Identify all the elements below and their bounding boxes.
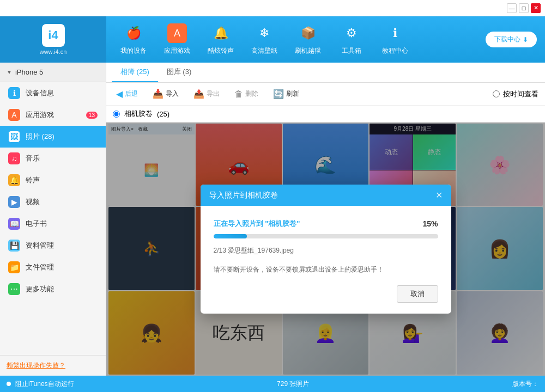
file-sidebar-icon: 📁	[8, 261, 20, 273]
filter-row: 相机胶卷 (25)	[106, 106, 545, 122]
import-label: 导入	[166, 89, 179, 99]
cancel-button[interactable]: 取消	[397, 285, 438, 303]
sidebar-item-more[interactable]: ⋯ 更多功能	[0, 278, 106, 300]
itunes-status: 阻止iTunes自动运行	[15, 379, 74, 389]
device-name: iPhone 5	[15, 68, 43, 76]
tab-gallery[interactable]: 图库 (3)	[158, 63, 201, 82]
export-icon: 📤	[193, 89, 204, 99]
tutorial-icon: ℹ	[385, 23, 405, 43]
nav-tutorial[interactable]: ℹ 教程中心	[373, 16, 417, 63]
toolbar: ◀ 后退 📥 导入 📤 导出 🗑 删除 🔄 刷新 按时间查看	[106, 83, 545, 106]
progress-pct: 15%	[422, 219, 438, 228]
time-filter-radio[interactable]	[493, 90, 500, 97]
sidebar-bottom: 频繁出现操作失败？	[0, 355, 106, 376]
tab-album[interactable]: 相簿 (25)	[112, 63, 158, 82]
my-device-icon: 🍎	[124, 23, 143, 43]
nav-ringtone-label: 酷炫铃声	[208, 46, 234, 56]
dialog-header: 导入照片到相机胶卷 ✕	[201, 185, 451, 206]
nav-app-game-label: 应用游戏	[164, 46, 190, 56]
photos-sidebar-icon: 🖼	[8, 131, 20, 143]
sidebar-item-file-label: 文件管理	[26, 262, 54, 272]
album-radio[interactable]	[113, 111, 120, 118]
status-dot	[7, 382, 11, 386]
nav-tutorial-label: 教程中心	[382, 46, 408, 56]
back-label: 后退	[125, 89, 138, 99]
sidebar-item-device-info[interactable]: ℹ 设备信息	[0, 82, 106, 104]
music-sidebar-icon: ♫	[8, 152, 20, 164]
sidebar-item-photos[interactable]: 🖼 照片 (28)	[0, 126, 106, 148]
video-sidebar-icon: ▶	[8, 196, 20, 208]
fail-link[interactable]: 频繁出现操作失败？	[7, 362, 65, 369]
album-count: (25)	[157, 110, 169, 118]
radio-group: 按时间查看	[493, 89, 538, 99]
sidebar-item-ringtone[interactable]: 🔔 铃声	[0, 169, 106, 191]
sidebar-item-more-label: 更多功能	[26, 284, 54, 294]
tools-icon: ⚙	[342, 23, 361, 43]
delete-label: 删除	[245, 89, 258, 99]
main-layout: ▼ iPhone 5 ℹ 设备信息 A 应用游戏 13 🖼 照片 (28) ♫ …	[0, 63, 545, 376]
sidebar-item-device-info-label: 设备信息	[26, 88, 54, 98]
logo-icon: i4	[42, 24, 65, 47]
progress-row: 正在导入照片到 "相机胶卷" 15%	[214, 219, 438, 229]
sidebar-item-ringtone-label: 铃声	[26, 175, 40, 185]
warning-text: 请不要断开设备，设备不要锁屏或退出设备上的爱思助手！	[214, 265, 438, 274]
sidebar-item-data-label: 资料管理	[26, 241, 54, 250]
import-btn[interactable]: 📥 导入	[149, 87, 182, 101]
app-game-icon: A	[167, 23, 187, 43]
export-btn[interactable]: 📤 导出	[190, 87, 223, 101]
nav-tools[interactable]: ⚙ 工具箱	[330, 16, 373, 63]
nav-app-game[interactable]: A 应用游戏	[155, 16, 199, 63]
import-dialog: 导入照片到相机胶卷 ✕ 正在导入照片到 "相机胶卷" 15%	[201, 185, 451, 314]
sidebar-item-photos-label: 照片 (28)	[26, 132, 55, 142]
header-right: 下载中心 ⬇	[486, 32, 545, 47]
progress-target: "相机胶卷"	[265, 219, 300, 228]
sidebar-item-file[interactable]: 📁 文件管理	[0, 256, 106, 278]
dialog-footer: 取消	[214, 285, 438, 303]
refresh-btn[interactable]: 🔄 刷新	[270, 87, 302, 101]
nav-ringtone[interactable]: 🔔 酷炫铃声	[199, 16, 243, 63]
content-area: 相簿 (25) 图库 (3) ◀ 后退 📥 导入 📤 导出 🗑 删除 🔄	[106, 63, 545, 376]
dialog-title: 导入照片到相机胶卷	[209, 191, 278, 200]
nav-wallpaper[interactable]: ❄ 高清壁纸	[243, 16, 286, 63]
sidebar-item-ebook[interactable]: 📖 电子书	[0, 213, 106, 235]
maximize-button[interactable]: □	[519, 3, 529, 13]
progress-text: 正在导入照片到 "相机胶卷"	[214, 219, 300, 229]
sidebar-item-music[interactable]: ♫ 音乐	[0, 148, 106, 169]
data-sidebar-icon: 💾	[8, 240, 20, 252]
photo-area: 图片导入× 收藏关闭 🌅 🚗 🌊 9月28日 星期三 动态 静态 相	[106, 122, 545, 376]
app-game-badge: 13	[86, 112, 98, 119]
sidebar-item-app-game[interactable]: A 应用游戏 13	[0, 104, 106, 126]
download-btn[interactable]: 下载中心 ⬇	[486, 32, 537, 47]
more-sidebar-icon: ⋯	[8, 283, 20, 295]
nav-jailbreak[interactable]: 📦 刷机越狱	[286, 16, 330, 63]
refresh-label: 刷新	[286, 89, 299, 99]
nav-tools-label: 工具箱	[342, 46, 361, 56]
nav-my-device-label: 我的设备	[120, 46, 147, 56]
back-btn[interactable]: ◀ 后退	[113, 87, 141, 101]
sidebar-item-data[interactable]: 💾 资料管理	[0, 235, 106, 256]
export-label: 导出	[207, 89, 220, 99]
version-info: 版本号：	[512, 379, 538, 389]
device-info-icon: ℹ	[8, 87, 20, 99]
close-button[interactable]: ✕	[531, 3, 541, 13]
sidebar-item-app-game-label: 应用游戏	[26, 110, 54, 120]
app-game-sidebar-icon: A	[8, 109, 20, 121]
progress-prefix: 正在导入照片到	[214, 219, 263, 228]
delete-btn[interactable]: 🗑 删除	[231, 88, 262, 101]
back-icon: ◀	[116, 89, 123, 99]
progress-bar-fill	[214, 234, 247, 238]
sidebar-item-music-label: 音乐	[26, 154, 40, 163]
album-name: 相机胶卷	[124, 109, 153, 119]
photo-count: 729 张照片	[277, 379, 309, 389]
sidebar-item-video[interactable]: ▶ 视频	[0, 191, 106, 213]
delete-icon: 🗑	[234, 89, 243, 99]
tab-bar: 相簿 (25) 图库 (3)	[106, 63, 545, 83]
nav-area: 🍎 我的设备 A 应用游戏 🔔 酷炫铃声 ❄ 高清壁纸 📦 刷机越狱 ⚙ 工具箱…	[106, 16, 486, 63]
file-info: 2/13 爱思壁纸_197639.jpeg	[214, 246, 438, 255]
refresh-icon: 🔄	[273, 89, 284, 99]
time-filter-label: 按时间查看	[503, 89, 538, 99]
dialog-close-btn[interactable]: ✕	[435, 190, 443, 200]
ringtone-sidebar-icon: 🔔	[8, 174, 20, 186]
nav-my-device[interactable]: 🍎 我的设备	[112, 16, 155, 63]
minimize-button[interactable]: —	[507, 3, 517, 13]
